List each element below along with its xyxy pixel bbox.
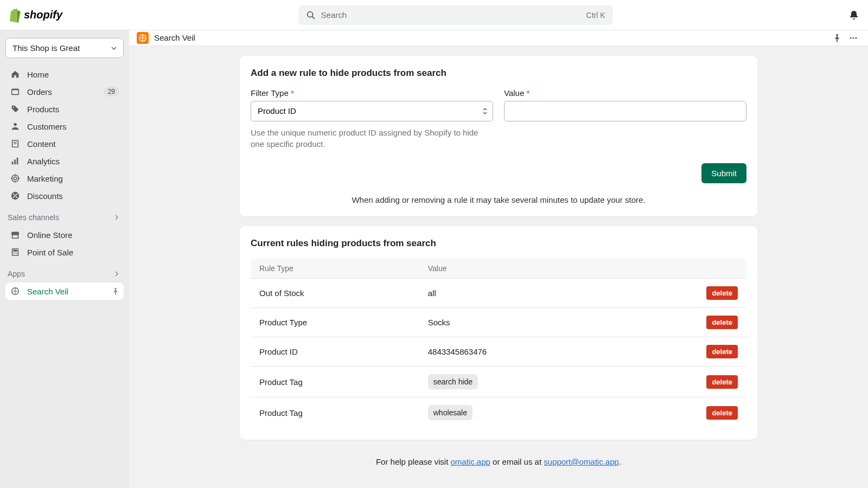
sidebar-item-home[interactable]: Home: [5, 66, 124, 83]
veil-icon: [10, 286, 21, 297]
filter-type-help: Use the unique numeric product ID assign…: [251, 127, 484, 151]
sidebar-item-marketing[interactable]: Marketing: [5, 170, 124, 187]
pos-icon: [10, 247, 21, 258]
percent-icon: [10, 190, 21, 201]
brand-logo[interactable]: shopify: [9, 8, 62, 23]
sidebar-item-label: Home: [27, 70, 119, 79]
sidebar-item-online-store[interactable]: Online Store: [5, 226, 124, 243]
person-icon: [10, 121, 21, 132]
delete-button[interactable]: delete: [706, 375, 738, 389]
sidebar-item-point-of-sale[interactable]: Point of Sale: [5, 243, 124, 261]
svg-point-4: [13, 107, 14, 108]
footer-link-site[interactable]: omatic.app: [451, 457, 490, 466]
content: Add a new rule to hide products from sea…: [129, 46, 868, 489]
svg-rect-9: [12, 162, 14, 164]
sidebar-item-label: Point of Sale: [27, 248, 119, 257]
sidebar-badge: 29: [104, 87, 119, 97]
svg-point-22: [15, 253, 16, 254]
sidebar-section-apps[interactable]: Apps: [5, 262, 124, 281]
cell-value: all: [419, 279, 698, 308]
shopify-bag-icon: [9, 8, 22, 23]
apps-header: Apps: [8, 269, 25, 278]
tag-chip: wholesale: [428, 405, 473, 420]
cell-rule-type: Product Tag: [251, 367, 419, 397]
table-row: Product Tagsearch hidedelete: [251, 367, 746, 397]
svg-point-12: [12, 175, 19, 182]
sidebar-item-label: Customers: [27, 122, 119, 131]
topbar: shopify Search Ctrl K: [0, 0, 868, 30]
delete-button[interactable]: delete: [706, 286, 738, 300]
submit-button[interactable]: Submit: [701, 163, 746, 183]
sidebar-item-search-veil[interactable]: Search Veil: [5, 282, 124, 300]
sidebar-item-discounts[interactable]: Discounts: [5, 187, 124, 204]
col-rule-type: Rule Type: [251, 259, 419, 279]
value-input[interactable]: [504, 101, 746, 121]
home-icon: [10, 69, 21, 80]
more-button[interactable]: [846, 31, 860, 45]
rules-table: Rule Type Value Out of StockalldeletePro…: [251, 259, 746, 428]
sidebar-item-analytics[interactable]: Analytics: [5, 152, 124, 170]
chevron-right-icon: [114, 271, 119, 277]
sidebar-item-label: Orders: [27, 87, 97, 97]
sidebar-item-orders[interactable]: Orders29: [5, 83, 124, 100]
sidebar-item-products[interactable]: Products: [5, 100, 124, 118]
svg-rect-18: [12, 235, 18, 238]
brand-text: shopify: [24, 9, 62, 21]
shop-selector[interactable]: This Shop is Great: [5, 38, 124, 58]
chart-icon: [10, 156, 21, 166]
svg-rect-20: [13, 250, 17, 252]
main: Search Veil Add a new rule to hide produ…: [129, 30, 868, 488]
svg-point-5: [14, 123, 16, 126]
table-row: Out of Stockalldelete: [251, 279, 746, 308]
footer-help: For help please visit omatic.app or emai…: [376, 457, 621, 466]
svg-point-16: [16, 196, 17, 198]
delete-button[interactable]: delete: [706, 316, 738, 329]
search-wrap: Search Ctrl K: [62, 5, 848, 25]
required-asterisk: *: [526, 88, 529, 98]
sidebar-item-label: Products: [27, 105, 119, 114]
box-icon: [10, 86, 21, 97]
search-input[interactable]: Search Ctrl K: [298, 5, 613, 25]
pin-icon[interactable]: [112, 287, 119, 295]
value-label: Value *: [504, 88, 746, 98]
delete-button[interactable]: delete: [706, 345, 738, 358]
sidebar-section-sales-channels[interactable]: Sales channels: [5, 206, 124, 225]
cell-value: search hide: [419, 367, 698, 397]
sidebar-item-customers[interactable]: Customers: [5, 118, 124, 135]
filter-type-select[interactable]: [251, 101, 493, 121]
delete-button[interactable]: delete: [706, 406, 738, 420]
svg-point-21: [13, 253, 14, 254]
table-row: Product Tagwholesaledelete: [251, 397, 746, 428]
sidebar-item-label: Content: [27, 139, 119, 149]
filter-type-label: Filter Type *: [251, 88, 493, 98]
target-icon: [10, 173, 21, 184]
app-icon: [137, 32, 149, 44]
rules-card: Current rules hiding products from searc…: [240, 226, 757, 440]
add-rule-note: When adding or removing a rule it may ta…: [251, 195, 746, 204]
sales-channels-header: Sales channels: [8, 213, 59, 222]
shop-selector-label: This Shop is Great: [12, 43, 80, 53]
svg-rect-11: [17, 158, 18, 165]
col-value: Value: [419, 259, 698, 279]
svg-point-15: [13, 194, 15, 195]
svg-line-1: [312, 16, 314, 18]
sidebar-item-label: Search Veil: [27, 287, 105, 296]
search-placeholder: Search: [321, 10, 586, 20]
sidebar-item-content[interactable]: Content: [5, 135, 124, 152]
cell-value: Socks: [419, 308, 698, 337]
search-shortcut: Ctrl K: [586, 11, 605, 20]
footer-link-email[interactable]: support@omatic.app: [544, 457, 619, 466]
pin-button[interactable]: [830, 31, 844, 45]
add-rule-card: Add a new rule to hide products from sea…: [240, 56, 757, 217]
bell-icon[interactable]: [848, 10, 859, 21]
topbar-right: [848, 10, 859, 21]
svg-point-13: [14, 177, 16, 179]
rules-title: Current rules hiding products from searc…: [251, 238, 746, 249]
tag-icon: [10, 104, 21, 114]
content-icon: [10, 138, 21, 149]
app-header: Search Veil: [129, 30, 868, 46]
sidebar-item-label: Analytics: [27, 157, 119, 166]
sidebar-item-label: Marketing: [27, 174, 119, 183]
cell-value: wholesale: [419, 397, 698, 428]
required-asterisk: *: [291, 88, 294, 98]
